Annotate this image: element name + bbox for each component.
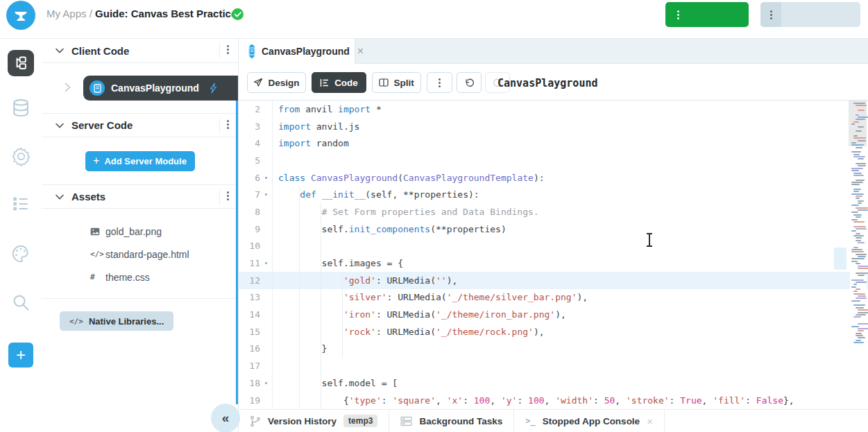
asset-item-standard-page.html[interactable]: </>standard-page.html <box>42 243 238 266</box>
code-line[interactable]: 13 'silver': URLMedia('_/theme/silver_ba… <box>239 289 868 306</box>
fold-arrow-icon[interactable]: ▾ <box>260 191 272 198</box>
section-client-code[interactable]: Client Code <box>42 39 238 63</box>
chevron-down-icon <box>56 48 64 53</box>
database-icon <box>12 98 30 118</box>
code-line[interactable]: 6▾class CanvasPlayground(CanvasPlaygroun… <box>239 169 868 187</box>
native-libraries-label: Native Libraries... <box>89 316 164 327</box>
code-line[interactable]: 4import random <box>239 135 868 152</box>
bottom-tab-version-history[interactable]: Version Historytemp3 <box>239 410 389 432</box>
asset-name: standard-page.html <box>105 249 189 260</box>
code-line[interactable]: 11▾ self.images = { <box>239 254 868 272</box>
code-line-text: def __init__(self, **properties): <box>272 189 479 200</box>
bottom-tab-stopped-app-console[interactable]: >_Stopped App Console× <box>514 410 665 432</box>
section-menu-button[interactable] <box>221 190 234 202</box>
add-server-module-label: Add Server Module <box>104 156 186 166</box>
anvil-logo-icon[interactable] <box>6 1 35 30</box>
design-icon <box>253 78 263 87</box>
code-line[interactable]: 15 'rock': URLMedia('_/theme/rock.png'), <box>239 323 868 340</box>
list-icon <box>12 196 30 212</box>
rail-item-settings[interactable] <box>0 146 42 166</box>
code-line-text: self.model = [ <box>272 378 398 388</box>
asset-name: theme.css <box>105 272 150 283</box>
collapse-panel-button[interactable]: « <box>211 404 240 432</box>
code-line[interactable]: 16 } <box>239 340 868 358</box>
editor-tab-strip[interactable]: CanvasPlayground × <box>239 39 868 64</box>
add-component-button[interactable]: + <box>8 343 33 368</box>
asset-item-gold_bar.png[interactable]: gold_bar.png <box>42 220 238 243</box>
chevron-down-icon <box>56 123 64 128</box>
design-view-button[interactable]: Design <box>247 72 306 93</box>
code-line[interactable]: 10 <box>239 238 868 255</box>
code-line-text: import anvil.js <box>272 121 359 132</box>
kebab-icon <box>221 120 234 129</box>
section-server-code[interactable]: Server Code <box>42 113 238 137</box>
kebab-icon <box>677 9 679 21</box>
rail-item-theme[interactable] <box>0 244 42 263</box>
design-label: Design <box>268 78 299 88</box>
editor-menu-button[interactable] <box>427 72 452 93</box>
code-view-button[interactable]: Code <box>312 72 366 93</box>
section-assets[interactable]: Assets <box>42 184 238 209</box>
split-icon <box>379 78 389 87</box>
code-line[interactable]: 9 self.init_components(**properties) <box>239 221 868 238</box>
section-label: Server Code <box>71 119 133 131</box>
kebab-icon <box>439 77 441 89</box>
code-line-text: # Set Form properties and Data Bindings. <box>272 207 539 217</box>
code-line[interactable]: 8 # Set Form properties and Data Binding… <box>239 203 868 221</box>
rail-item-search[interactable] <box>0 293 42 311</box>
section-menu-button[interactable] <box>221 44 234 55</box>
code-line[interactable]: 14 'iron': URLMedia('_/theme/iron_bar.pn… <box>239 306 868 323</box>
line-number: 4 <box>239 138 260 148</box>
code-line[interactable]: 3import anvil.js <box>239 118 868 135</box>
terminal-icon: >_ <box>525 416 535 426</box>
form-name: CanvasPlayground <box>111 83 199 94</box>
line-number: 11 <box>239 258 260 268</box>
run-menu-button[interactable] <box>665 2 691 27</box>
publish-menu-button[interactable] <box>760 2 781 27</box>
form-item-canvasplayground[interactable]: CanvasPlayground <box>83 76 238 101</box>
native-libraries-button[interactable]: </> Native Libraries... <box>60 311 173 331</box>
tab-canvasplayground[interactable]: CanvasPlayground × <box>239 39 355 64</box>
background-tasks-icon <box>400 416 412 426</box>
editor-title: CanvasPlayground <box>497 77 598 89</box>
rail-item-app-browser[interactable] <box>8 50 34 76</box>
section-menu-button[interactable] <box>221 119 234 130</box>
plus-icon: + <box>93 155 99 167</box>
undo-button[interactable] <box>457 72 482 93</box>
rail-item-database[interactable] <box>0 98 42 118</box>
split-view-button[interactable]: Split <box>372 72 421 93</box>
code-line[interactable]: 17 <box>239 357 868 374</box>
fold-arrow-icon[interactable]: ▾ <box>260 175 272 181</box>
publish-button[interactable]: Publish <box>760 2 860 27</box>
code-line[interactable]: 18▾ self.model = [ <box>239 374 868 392</box>
code-line[interactable]: 12 'gold': URLMedia(''), <box>239 272 868 289</box>
tab-close-icon[interactable]: × <box>357 46 364 57</box>
app-browser-panel: Client Code CanvasPlayground Server Code… <box>42 39 238 432</box>
code-brackets-icon: </> <box>69 317 83 326</box>
chevron-right-icon[interactable] <box>65 83 71 92</box>
bottom-tab-background-tasks[interactable]: Background Tasks <box>389 410 514 432</box>
rail-item-outline[interactable] <box>0 196 42 212</box>
line-number: 16 <box>239 343 260 354</box>
close-icon[interactable]: × <box>647 415 653 427</box>
run-button[interactable]: Run <box>665 2 749 27</box>
line-number: 18 <box>239 378 260 388</box>
branch-badge: temp3 <box>343 415 377 427</box>
chevron-down-icon <box>56 194 64 200</box>
undo-icon <box>464 78 475 87</box>
asset-item-theme.css[interactable]: #theme.css <box>42 266 238 288</box>
fold-arrow-icon[interactable]: ▾ <box>260 380 272 386</box>
fold-arrow-icon[interactable]: ▾ <box>260 260 272 266</box>
minimap[interactable] <box>850 101 867 409</box>
code-line[interactable]: 2from anvil import * <box>239 101 868 118</box>
code-line[interactable]: 5 <box>239 152 868 169</box>
code-line[interactable]: 19 {'type': 'square', 'x': 100, 'y': 100… <box>239 392 868 409</box>
add-server-module-button[interactable]: + Add Server Module <box>85 151 195 171</box>
bottom-tab-label: Version History <box>268 416 337 426</box>
code-editor[interactable]: 2from anvil import *3import anvil.js4imp… <box>239 101 868 409</box>
code-line[interactable]: 7▾ def __init__(self, **properties): <box>239 186 868 203</box>
saved-check-icon <box>232 8 244 20</box>
code-line-text: 'silver': URLMedia('_/theme/silver_bar.p… <box>272 292 588 302</box>
breadcrumb-section[interactable]: My Apps <box>46 8 87 19</box>
events-bolt-icon[interactable] <box>209 83 217 94</box>
